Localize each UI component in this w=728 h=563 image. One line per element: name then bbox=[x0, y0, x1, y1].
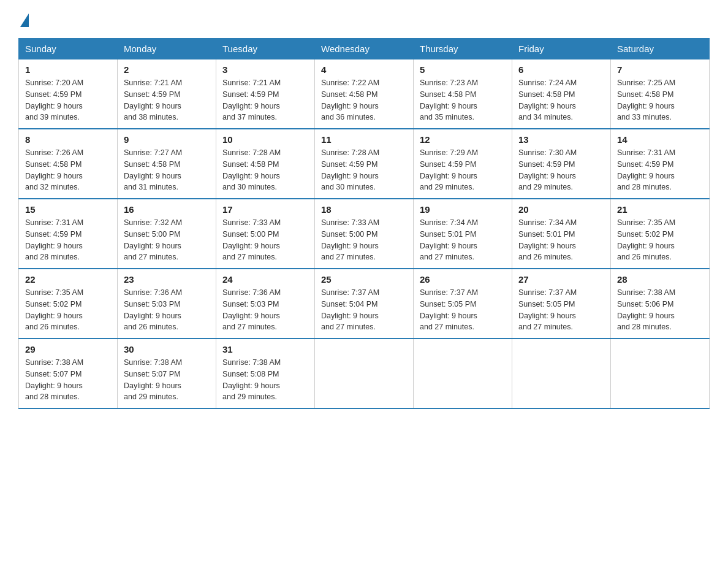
day-info: Sunrise: 7:35 AM Sunset: 5:02 PM Dayligh… bbox=[617, 217, 703, 263]
logo bbox=[18, 12, 29, 26]
day-of-week-header: Monday bbox=[118, 39, 216, 59]
day-of-week-header: Tuesday bbox=[216, 39, 315, 59]
calendar-day-cell: 7 Sunrise: 7:25 AM Sunset: 4:58 PM Dayli… bbox=[611, 59, 710, 129]
calendar-day-cell: 27 Sunrise: 7:37 AM Sunset: 5:05 PM Dayl… bbox=[512, 269, 611, 339]
day-info: Sunrise: 7:36 AM Sunset: 5:03 PM Dayligh… bbox=[222, 287, 308, 333]
calendar-day-cell: 22 Sunrise: 7:35 AM Sunset: 5:02 PM Dayl… bbox=[19, 269, 118, 339]
day-number: 11 bbox=[321, 134, 407, 145]
day-info: Sunrise: 7:34 AM Sunset: 5:01 PM Dayligh… bbox=[420, 217, 506, 263]
calendar-day-cell: 18 Sunrise: 7:33 AM Sunset: 5:00 PM Dayl… bbox=[315, 199, 414, 269]
day-number: 5 bbox=[420, 64, 506, 75]
day-info: Sunrise: 7:37 AM Sunset: 5:04 PM Dayligh… bbox=[321, 287, 407, 333]
calendar-day-cell: 9 Sunrise: 7:27 AM Sunset: 4:58 PM Dayli… bbox=[118, 129, 216, 199]
calendar-week-row: 1 Sunrise: 7:20 AM Sunset: 4:59 PM Dayli… bbox=[19, 59, 710, 129]
calendar-day-cell: 1 Sunrise: 7:20 AM Sunset: 4:59 PM Dayli… bbox=[19, 59, 118, 129]
day-number: 14 bbox=[617, 134, 703, 145]
calendar-week-row: 22 Sunrise: 7:35 AM Sunset: 5:02 PM Dayl… bbox=[19, 269, 710, 339]
day-number: 4 bbox=[321, 64, 407, 75]
calendar-day-cell: 6 Sunrise: 7:24 AM Sunset: 4:58 PM Dayli… bbox=[512, 59, 611, 129]
day-info: Sunrise: 7:30 AM Sunset: 4:59 PM Dayligh… bbox=[518, 147, 604, 193]
calendar-day-cell: 29 Sunrise: 7:38 AM Sunset: 5:07 PM Dayl… bbox=[19, 339, 118, 408]
calendar-day-cell bbox=[315, 339, 414, 408]
calendar-day-cell: 25 Sunrise: 7:37 AM Sunset: 5:04 PM Dayl… bbox=[315, 269, 414, 339]
day-info: Sunrise: 7:35 AM Sunset: 5:02 PM Dayligh… bbox=[25, 287, 111, 333]
day-number: 13 bbox=[518, 134, 604, 145]
day-info: Sunrise: 7:26 AM Sunset: 4:58 PM Dayligh… bbox=[25, 147, 111, 193]
day-number: 28 bbox=[617, 274, 703, 285]
day-info: Sunrise: 7:36 AM Sunset: 5:03 PM Dayligh… bbox=[124, 287, 210, 333]
day-number: 27 bbox=[518, 274, 604, 285]
day-number: 20 bbox=[518, 204, 604, 215]
day-info: Sunrise: 7:29 AM Sunset: 4:59 PM Dayligh… bbox=[420, 147, 506, 193]
calendar-day-cell: 11 Sunrise: 7:28 AM Sunset: 4:59 PM Dayl… bbox=[315, 129, 414, 199]
calendar-week-row: 15 Sunrise: 7:31 AM Sunset: 4:59 PM Dayl… bbox=[19, 199, 710, 269]
calendar-day-cell: 31 Sunrise: 7:38 AM Sunset: 5:08 PM Dayl… bbox=[216, 339, 315, 408]
day-number: 18 bbox=[321, 204, 407, 215]
calendar-day-cell: 17 Sunrise: 7:33 AM Sunset: 5:00 PM Dayl… bbox=[216, 199, 315, 269]
calendar-week-row: 8 Sunrise: 7:26 AM Sunset: 4:58 PM Dayli… bbox=[19, 129, 710, 199]
calendar-day-cell: 8 Sunrise: 7:26 AM Sunset: 4:58 PM Dayli… bbox=[19, 129, 118, 199]
day-number: 7 bbox=[617, 64, 703, 75]
calendar-day-cell: 19 Sunrise: 7:34 AM Sunset: 5:01 PM Dayl… bbox=[414, 199, 512, 269]
day-info: Sunrise: 7:33 AM Sunset: 5:00 PM Dayligh… bbox=[321, 217, 407, 263]
day-info: Sunrise: 7:38 AM Sunset: 5:08 PM Dayligh… bbox=[222, 357, 308, 403]
calendar-day-cell: 2 Sunrise: 7:21 AM Sunset: 4:59 PM Dayli… bbox=[118, 59, 216, 129]
day-info: Sunrise: 7:28 AM Sunset: 4:59 PM Dayligh… bbox=[321, 147, 407, 193]
day-info: Sunrise: 7:31 AM Sunset: 4:59 PM Dayligh… bbox=[25, 217, 111, 263]
page-header bbox=[18, 12, 710, 26]
day-number: 17 bbox=[222, 204, 308, 215]
day-number: 16 bbox=[124, 204, 210, 215]
day-info: Sunrise: 7:24 AM Sunset: 4:58 PM Dayligh… bbox=[518, 77, 604, 123]
day-number: 21 bbox=[617, 204, 703, 215]
day-number: 2 bbox=[124, 64, 210, 75]
calendar-day-cell: 14 Sunrise: 7:31 AM Sunset: 4:59 PM Dayl… bbox=[611, 129, 710, 199]
calendar-table: SundayMondayTuesdayWednesdayThursdayFrid… bbox=[18, 38, 710, 409]
calendar-day-cell: 15 Sunrise: 7:31 AM Sunset: 4:59 PM Dayl… bbox=[19, 199, 118, 269]
day-info: Sunrise: 7:34 AM Sunset: 5:01 PM Dayligh… bbox=[518, 217, 604, 263]
day-number: 10 bbox=[222, 134, 308, 145]
calendar-day-cell: 12 Sunrise: 7:29 AM Sunset: 4:59 PM Dayl… bbox=[414, 129, 512, 199]
calendar-day-cell: 30 Sunrise: 7:38 AM Sunset: 5:07 PM Dayl… bbox=[118, 339, 216, 408]
day-info: Sunrise: 7:21 AM Sunset: 4:59 PM Dayligh… bbox=[222, 77, 308, 123]
day-number: 6 bbox=[518, 64, 604, 75]
day-number: 15 bbox=[25, 204, 111, 215]
day-info: Sunrise: 7:21 AM Sunset: 4:59 PM Dayligh… bbox=[124, 77, 210, 123]
day-number: 26 bbox=[420, 274, 506, 285]
day-of-week-header: Friday bbox=[512, 39, 611, 59]
day-number: 23 bbox=[124, 274, 210, 285]
day-number: 19 bbox=[420, 204, 506, 215]
day-number: 30 bbox=[124, 344, 210, 354]
calendar-day-cell: 3 Sunrise: 7:21 AM Sunset: 4:59 PM Dayli… bbox=[216, 59, 315, 129]
day-info: Sunrise: 7:38 AM Sunset: 5:07 PM Dayligh… bbox=[25, 357, 111, 403]
day-number: 9 bbox=[124, 134, 210, 145]
day-of-week-header: Thursday bbox=[414, 39, 512, 59]
calendar-day-cell: 28 Sunrise: 7:38 AM Sunset: 5:06 PM Dayl… bbox=[611, 269, 710, 339]
days-header-row: SundayMondayTuesdayWednesdayThursdayFrid… bbox=[19, 39, 710, 59]
day-number: 24 bbox=[222, 274, 308, 285]
day-info: Sunrise: 7:31 AM Sunset: 4:59 PM Dayligh… bbox=[617, 147, 703, 193]
calendar-day-cell: 26 Sunrise: 7:37 AM Sunset: 5:05 PM Dayl… bbox=[414, 269, 512, 339]
day-number: 25 bbox=[321, 274, 407, 285]
calendar-day-cell: 24 Sunrise: 7:36 AM Sunset: 5:03 PM Dayl… bbox=[216, 269, 315, 339]
calendar-day-cell: 23 Sunrise: 7:36 AM Sunset: 5:03 PM Dayl… bbox=[118, 269, 216, 339]
day-number: 3 bbox=[222, 64, 308, 75]
calendar-week-row: 29 Sunrise: 7:38 AM Sunset: 5:07 PM Dayl… bbox=[19, 339, 710, 408]
day-info: Sunrise: 7:22 AM Sunset: 4:58 PM Dayligh… bbox=[321, 77, 407, 123]
day-info: Sunrise: 7:28 AM Sunset: 4:58 PM Dayligh… bbox=[222, 147, 308, 193]
day-info: Sunrise: 7:33 AM Sunset: 5:00 PM Dayligh… bbox=[222, 217, 308, 263]
calendar-day-cell: 20 Sunrise: 7:34 AM Sunset: 5:01 PM Dayl… bbox=[512, 199, 611, 269]
day-info: Sunrise: 7:25 AM Sunset: 4:58 PM Dayligh… bbox=[617, 77, 703, 123]
day-info: Sunrise: 7:37 AM Sunset: 5:05 PM Dayligh… bbox=[518, 287, 604, 333]
day-info: Sunrise: 7:37 AM Sunset: 5:05 PM Dayligh… bbox=[420, 287, 506, 333]
day-number: 22 bbox=[25, 274, 111, 285]
day-of-week-header: Saturday bbox=[611, 39, 710, 59]
day-number: 12 bbox=[420, 134, 506, 145]
day-info: Sunrise: 7:27 AM Sunset: 4:58 PM Dayligh… bbox=[124, 147, 210, 193]
day-number: 29 bbox=[25, 344, 111, 354]
calendar-day-cell: 13 Sunrise: 7:30 AM Sunset: 4:59 PM Dayl… bbox=[512, 129, 611, 199]
day-info: Sunrise: 7:23 AM Sunset: 4:58 PM Dayligh… bbox=[420, 77, 506, 123]
day-of-week-header: Wednesday bbox=[315, 39, 414, 59]
day-info: Sunrise: 7:20 AM Sunset: 4:59 PM Dayligh… bbox=[25, 77, 111, 123]
day-of-week-header: Sunday bbox=[19, 39, 118, 59]
calendar-day-cell: 16 Sunrise: 7:32 AM Sunset: 5:00 PM Dayl… bbox=[118, 199, 216, 269]
